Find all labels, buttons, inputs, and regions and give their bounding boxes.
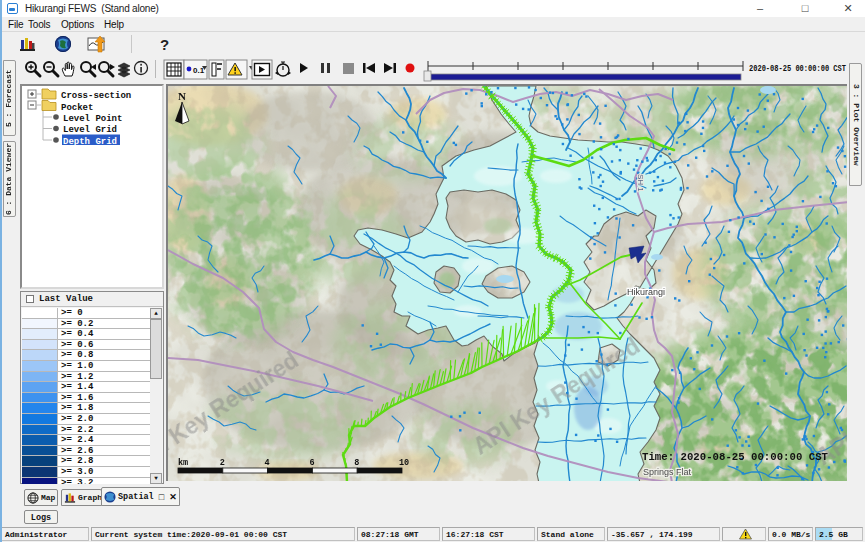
svg-text:4: 4 — [265, 458, 270, 468]
svg-text:N: N — [178, 90, 186, 102]
svg-text:Time: 2020-08-25 00:00:00 CST: Time: 2020-08-25 00:00:00 CST — [642, 452, 828, 463]
svg-text:Depth Grid: Depth Grid — [63, 137, 117, 147]
svg-text:8: 8 — [354, 458, 359, 468]
svg-text:Springs Flat: Springs Flat — [643, 467, 692, 477]
svg-text:SH 1: SH 1 — [636, 174, 645, 192]
svg-text:2: 2 — [220, 458, 225, 468]
svg-text:2020-08-25 00:00:00 CST: 2020-08-25 00:00:00 CST — [749, 64, 846, 74]
svg-text:Hikurangi: Hikurangi — [627, 287, 665, 297]
svg-text:10: 10 — [399, 458, 409, 468]
svg-text:Cross-section: Cross-section — [61, 91, 131, 101]
svg-text:km: km — [178, 458, 188, 468]
svg-text:?: ? — [160, 36, 169, 53]
svg-text:Level Grid: Level Grid — [63, 125, 117, 135]
svg-text:6: 6 — [309, 458, 314, 468]
svg-text:Level Point: Level Point — [63, 114, 122, 124]
svg-text:Pocket: Pocket — [61, 103, 93, 113]
